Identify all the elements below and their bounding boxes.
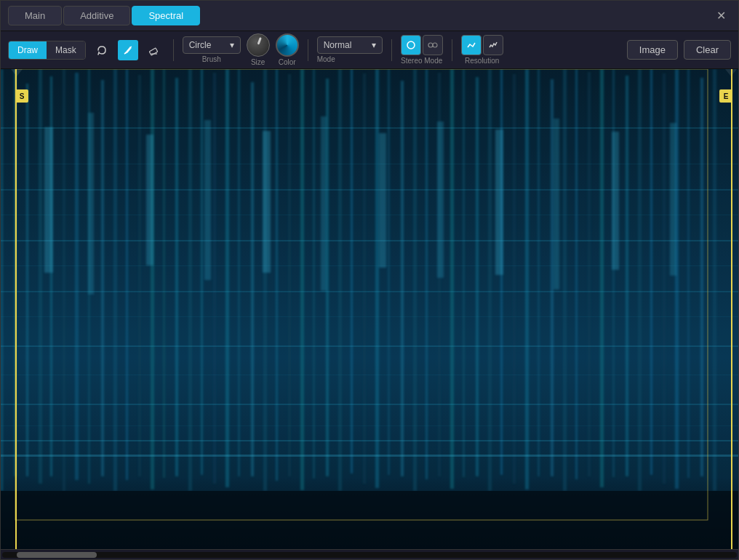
svg-rect-23 bbox=[188, 69, 192, 491]
spectral-display[interactable]: S E bbox=[1, 69, 738, 549]
svg-rect-74 bbox=[1, 345, 738, 347]
svg-rect-25 bbox=[213, 73, 216, 484]
mode-arrow-icon: ▾ bbox=[372, 40, 376, 50]
brush-container: Circle ▾ Brush bbox=[183, 36, 241, 63]
resolution-low-btn[interactable] bbox=[461, 35, 482, 55]
sep4 bbox=[452, 39, 452, 61]
toolbar: Draw Mask Circle bbox=[1, 31, 738, 69]
svg-rect-88 bbox=[495, 129, 503, 275]
svg-rect-81 bbox=[88, 113, 94, 295]
svg-rect-14 bbox=[75, 73, 79, 480]
svg-point-5 bbox=[428, 43, 433, 47]
end-marker[interactable]: E bbox=[731, 69, 732, 549]
svg-rect-91 bbox=[670, 123, 676, 276]
color-knob-container: Color bbox=[276, 33, 299, 66]
resolution-high-btn[interactable] bbox=[483, 35, 503, 55]
svg-rect-33 bbox=[313, 69, 315, 479]
resolution-container: Resolution bbox=[461, 35, 503, 65]
title-bar: Main Additive Spectral ✕ bbox=[1, 1, 738, 31]
svg-rect-51 bbox=[538, 69, 540, 476]
size-knob-container: Size bbox=[247, 33, 270, 66]
app-window: Main Additive Spectral ✕ Draw Mask bbox=[0, 0, 739, 560]
svg-rect-67 bbox=[1, 164, 738, 164]
svg-rect-53 bbox=[563, 69, 567, 491]
clear-button[interactable]: Clear bbox=[684, 40, 731, 60]
svg-rect-41 bbox=[413, 69, 417, 491]
color-knob[interactable] bbox=[276, 33, 299, 57]
brush-type-label: Circle bbox=[189, 40, 212, 50]
tab-additive[interactable]: Additive bbox=[63, 6, 130, 25]
svg-rect-54 bbox=[575, 69, 578, 479]
brush-dropdown[interactable]: Circle ▾ bbox=[183, 36, 241, 54]
svg-rect-17 bbox=[113, 69, 117, 491]
brush-label: Brush bbox=[202, 55, 221, 63]
svg-rect-90 bbox=[612, 132, 619, 270]
svg-rect-71 bbox=[1, 265, 738, 266]
image-button[interactable]: Image bbox=[627, 40, 678, 60]
svg-rect-75 bbox=[1, 375, 738, 375]
draw-button[interactable]: Draw bbox=[9, 41, 47, 59]
svg-rect-50 bbox=[525, 69, 529, 489]
mask-button[interactable]: Mask bbox=[47, 41, 85, 59]
end-marker-label: E bbox=[719, 89, 732, 103]
stereo-icons-group bbox=[401, 35, 443, 55]
svg-line-0 bbox=[130, 47, 132, 47]
resolution-label: Resolution bbox=[465, 57, 499, 65]
svg-rect-16 bbox=[101, 80, 104, 476]
svg-rect-85 bbox=[321, 116, 327, 291]
color-label: Color bbox=[279, 58, 296, 66]
size-label: Size bbox=[251, 58, 265, 66]
svg-rect-52 bbox=[551, 79, 554, 476]
svg-rect-80 bbox=[44, 127, 53, 273]
svg-rect-61 bbox=[663, 73, 666, 484]
svg-rect-77 bbox=[1, 425, 738, 426]
svg-rect-70 bbox=[1, 240, 738, 241]
size-knob[interactable] bbox=[247, 33, 270, 57]
svg-rect-37 bbox=[363, 73, 366, 484]
svg-rect-8 bbox=[1, 69, 3, 491]
mode-label: Mode bbox=[317, 55, 335, 63]
mode-container: Normal ▾ Mode bbox=[317, 36, 383, 63]
svg-rect-68 bbox=[1, 189, 738, 191]
svg-rect-39 bbox=[388, 69, 390, 475]
svg-rect-79 bbox=[1, 455, 738, 457]
mode-dropdown[interactable]: Normal ▾ bbox=[317, 36, 383, 54]
svg-rect-57 bbox=[612, 69, 615, 477]
stereo-circle-btn[interactable] bbox=[401, 35, 421, 55]
pen-tool[interactable] bbox=[118, 40, 138, 60]
svg-rect-55 bbox=[588, 72, 591, 476]
svg-rect-30 bbox=[276, 69, 278, 481]
stereo-link-btn[interactable] bbox=[423, 35, 443, 55]
svg-rect-83 bbox=[204, 120, 211, 280]
svg-rect-13 bbox=[63, 69, 65, 491]
svg-rect-31 bbox=[288, 74, 291, 476]
close-button[interactable]: ✕ bbox=[712, 7, 730, 25]
eraser-tool[interactable] bbox=[144, 40, 164, 60]
tab-spectral[interactable]: Spectral bbox=[132, 6, 200, 25]
svg-rect-59 bbox=[638, 69, 642, 491]
start-marker[interactable]: S bbox=[15, 69, 17, 549]
lasso-tool[interactable] bbox=[92, 40, 112, 60]
svg-point-6 bbox=[433, 43, 437, 47]
svg-rect-11 bbox=[39, 69, 42, 484]
mode-value-label: Normal bbox=[324, 40, 352, 50]
svg-rect-58 bbox=[626, 76, 628, 476]
svg-rect-26 bbox=[225, 69, 229, 487]
scrollbar-thumb[interactable] bbox=[17, 552, 97, 558]
tab-group: Main Additive Spectral bbox=[8, 6, 200, 25]
svg-rect-49 bbox=[513, 74, 516, 484]
svg-rect-64 bbox=[700, 78, 703, 476]
svg-rect-73 bbox=[1, 316, 738, 317]
svg-point-4 bbox=[407, 41, 415, 49]
svg-rect-65 bbox=[713, 69, 716, 491]
svg-rect-20 bbox=[151, 69, 154, 489]
svg-rect-22 bbox=[175, 78, 178, 476]
svg-rect-69 bbox=[1, 215, 738, 215]
scrollbar-area bbox=[1, 549, 738, 559]
svg-rect-38 bbox=[375, 69, 379, 488]
svg-rect-10 bbox=[26, 84, 28, 476]
scrollbar-track bbox=[2, 552, 737, 558]
svg-rect-84 bbox=[263, 131, 271, 273]
tab-main[interactable]: Main bbox=[8, 6, 62, 25]
spectrogram-svg bbox=[1, 69, 738, 549]
